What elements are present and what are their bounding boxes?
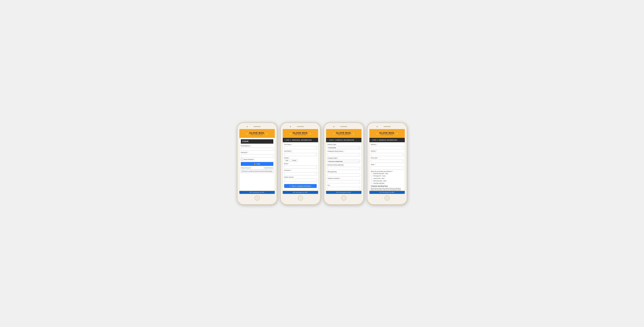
phone-step2: 🖐 GLOVE MAN. ONE PACKAGING 🖐 ‹ STEP 2: C… [324,123,364,205]
phone-top-bar-3 [326,125,362,128]
radio-morning: Morning (7am - 11am) [371,175,403,177]
company-type-select-wrapper: Chose your company type ⌄ [328,159,360,163]
forgot-password-link[interactable]: Forgot Password [264,167,273,168]
step3-header-label: STEP 3: ADDRESS INFORMATION [372,139,397,141]
postcode-label: Post code: * [371,157,403,159]
lock-icon: 🔒 [254,163,256,165]
phone-speaker [254,126,260,127]
checkmark-icon-step1: ✔ [290,185,291,187]
home-button-login[interactable] [254,195,260,201]
back-arrow-step1[interactable]: ‹ [284,139,285,141]
gender-female-button[interactable]: Female [291,159,298,162]
last-name-input[interactable] [284,153,317,156]
logo-right-hand-icon-4: 🖐 [395,132,399,135]
last-name-label: Last Name: * [284,150,317,152]
state-input[interactable] [371,166,403,170]
login-button-label: Login [256,163,260,165]
email-label-step1: Email: * [284,163,317,164]
password-input-step1[interactable] [284,172,317,175]
business-name-input[interactable] [328,167,360,170]
mobile-label: Mobile Number: [284,176,317,178]
footer-login: APP developed by WEP [240,191,275,194]
phone-camera-3 [333,126,334,127]
gender-male-button[interactable]: Male [284,159,290,162]
delivery-pref-label: When do you prefer your delivery ? [371,171,403,172]
logo-text: GLOVE MAN. ONE PACKAGING [250,132,264,135]
phone-top-bar-4 [369,125,405,128]
address-input[interactable] [371,146,403,149]
trading-as-label: Trading As (Shop Name): * [328,150,360,152]
app-logo-2: 🖐 GLOVE MAN. ONE PACKAGING 🖐 [288,132,312,135]
company-operating-desc: Please help us ensure your delivery reac… [371,188,403,191]
step1-header-label: STEP 1: PERSONAL INFORMATION [286,139,312,141]
state-label: State: * [371,164,403,165]
radio-early-morning-label: Early Morning (5am - 7am) [374,173,388,174]
login-screen-content: LOGIN Email Address: * Password: * Show … [240,138,275,191]
logo-right-hand-icon-3: 🖐 [352,132,356,135]
logo-left-hand-icon: 🖐 [245,132,249,135]
company-type-select[interactable]: Chose your company type [328,160,360,163]
suburb-input[interactable] [371,153,403,156]
abn-input[interactable] [328,173,360,177]
email-input-step1[interactable] [284,165,317,168]
address-type-select[interactable]: Commmercial [328,146,360,149]
address-type-select-wrapper: Commmercial ⌄ [328,146,360,150]
phone-screen-login: 🖐 GLOVE MAN. ONE PACKAGING 🖐 LOGIN Email… [239,129,275,194]
logo-subtitle-4: ONE PACKAGING [380,134,394,135]
login-button[interactable]: 🔒 Login [241,162,273,166]
phone-step1: 🖐 GLOVE MAN. ONE PACKAGING 🖐 ‹ STEP 1: P… [280,123,320,205]
radio-afternoon-circle[interactable] [371,180,372,182]
app-header-step1: 🖐 GLOVE MAN. ONE PACKAGING 🖐 [283,129,318,138]
create-account-button[interactable]: Click here to create an account and star… [241,170,273,173]
mobile-input[interactable] [284,179,317,182]
radio-lunch: Lunch (11am - 2pm) [371,178,403,179]
footer-step1: APP developed by WEP [283,191,318,194]
email-input[interactable] [241,148,273,151]
show-password-row: Show Password [241,159,273,161]
step3-screen-content: Address: * Suburb: * Post code: * State:… [370,142,405,191]
show-password-checkbox[interactable] [241,159,243,161]
phone-step3: 🖐 GLOVE MAN. ONE PACKAGING 🖐 ‹ STEP 3: A… [367,123,407,205]
fax-input[interactable] [328,187,360,190]
address-type-label: Address Type: [328,144,360,145]
app-logo-3: 🖐 GLOVE MAN. ONE PACKAGING 🖐 [332,132,356,135]
logo-title: GLOVE MAN. [250,132,264,134]
radio-early-morning-circle[interactable] [371,173,372,174]
phone-login-wrapper: 🖐 GLOVE MAN. ONE PACKAGING 🖐 LOGIN Email… [237,123,277,205]
phone-step3-wrapper: 🖐 GLOVE MAN. ONE PACKAGING 🖐 ‹ STEP 3: A… [367,123,407,205]
phone-step1-wrapper: 🖐 GLOVE MAN. ONE PACKAGING 🖐 ‹ STEP 1: P… [280,123,320,205]
logo-text-2: GLOVE MAN. ONE PACKAGING [293,132,308,135]
phone-camera-2 [290,126,291,127]
gender-label: Gender [284,157,317,159]
first-name-input[interactable] [284,146,317,149]
radio-late: Late (5pm and later) [371,182,403,184]
radio-lunch-circle[interactable] [371,178,372,179]
step1-header: ‹ STEP 1: PERSONAL INFORMATION [283,138,318,142]
password-input[interactable] [241,154,273,157]
home-button-step3[interactable] [384,195,390,201]
logo-title-3: GLOVE MAN. [336,132,351,134]
phone-top-bar-2 [282,125,318,128]
home-button-step1[interactable] [298,195,303,201]
change-password-link[interactable]: Change Password [241,167,251,168]
radio-late-circle[interactable] [371,182,372,184]
back-arrow-step2[interactable]: ‹ [328,139,328,141]
logo-title-2: GLOVE MAN. [293,132,308,134]
app-header-step2: 🖐 GLOVE MAN. ONE PACKAGING 🖐 [326,129,362,138]
show-password-label: Show Password [244,159,254,160]
radio-morning-circle[interactable] [371,175,372,177]
login-title: LOGIN [241,139,273,144]
footer-step2: APP developed by WEP [326,191,362,194]
trading-as-input[interactable] [328,153,360,156]
step2-button[interactable]: ✔ Step 2: Company Information [284,184,317,188]
step1-screen-content: First Name: * Last Name: * Gender Male F… [283,142,318,191]
phone-speaker-2 [297,126,304,127]
logo-right-hand-icon: 🖐 [265,132,269,135]
postcode-input[interactable] [371,160,403,163]
radio-lunch-label: Lunch (11am - 2pm) [374,178,384,179]
home-button-step2[interactable] [341,195,346,201]
password-label: Password: * [241,152,273,153]
back-arrow-step3[interactable]: ‹ [371,139,372,141]
logo-subtitle-2: ONE PACKAGING [293,134,308,135]
telephone-input[interactable] [328,180,360,183]
